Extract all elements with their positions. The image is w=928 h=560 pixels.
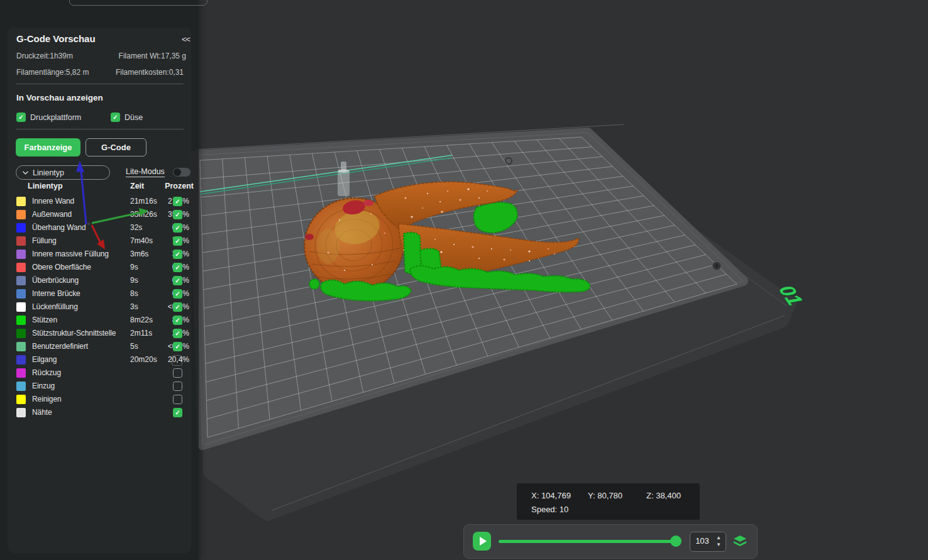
linetype-label: Benutzerdefiniert [32,342,88,351]
linetype-time: 2m11s [130,329,152,338]
linetype-row[interactable]: Füllung7m40s7,7%✓ [0,234,199,248]
linetype-color-swatch [16,342,26,351]
linetype-row[interactable]: Außenwand35m26s35,6%✓ [0,208,199,221]
layer-value[interactable]: 103 [690,536,714,546]
lite-mode-label[interactable]: Lite-Modus [126,167,165,177]
linetype-visibility-checkbox[interactable]: ✓ [173,210,182,219]
column-header-linientyp: Linientyp [28,182,63,190]
gcode-view-button[interactable]: G-Code [86,138,146,156]
linetype-time: 35m26s [130,210,157,219]
linetype-label: Nähte [32,408,52,417]
linetype-row[interactable]: Stützen8m22s8,4%✓ [0,314,199,327]
layer-slider-knob[interactable] [670,535,682,547]
linetype-label: Innere massive Füllung [32,250,109,258]
stat-filament-length: Filamentlänge:5,82 m [16,68,89,77]
linetype-row[interactable]: Nähte✓ [0,406,199,419]
linetype-color-swatch [16,368,26,378]
linetype-visibility-checkbox[interactable] [173,368,182,378]
linetype-row[interactable]: Lückenfüllung3s<0,1%✓ [0,300,199,314]
linetype-visibility-checkbox[interactable]: ✓ [173,342,182,351]
linetype-label: Überbrückung [32,276,79,285]
linetype-row[interactable]: Stützstruktur-Schnittstelle2m11s2,2%✓ [0,327,199,340]
linetype-label: Füllung [32,236,57,245]
linetype-label: Innere Wand [32,197,74,206]
stat-print-time: Druckzeit:1h39m [16,52,73,60]
linetype-color-swatch [16,263,26,272]
column-header-zeit: Zeit [130,182,144,190]
stat-filament-cost: Filamentkosten:0,31 [116,68,184,77]
linetype-visibility-checkbox[interactable] [173,382,182,391]
linetype-time: 9s [130,263,138,272]
color-scheme-button[interactable]: Farbanzeige [16,138,80,156]
linetype-row[interactable]: Eilgang20m20s20,4% [0,353,199,366]
linetype-visibility-checkbox[interactable]: ✓ [173,236,182,246]
linetype-time: 3s [130,302,138,311]
linetype-time: 5s [130,342,138,351]
linetype-color-swatch [16,408,26,417]
linetype-time: 3m6s [130,250,148,258]
preview-sidebar: G-Code Vorschau << Druckzeit:1h39m Filam… [0,0,199,560]
status-x: X: 104,769 [531,491,571,500]
linetype-row[interactable]: Überbrückung9s0,2%✓ [0,274,199,287]
linetype-visibility-checkbox[interactable]: ✓ [173,223,182,233]
lite-mode-toggle[interactable] [173,168,191,177]
linetype-row[interactable]: Einzug [0,380,199,393]
linetype-row[interactable]: Überhang Wand32s0,5%✓ [0,221,199,234]
linetype-percent: 20,4% [168,355,189,364]
layers-icon[interactable] [732,534,748,549]
color-scheme-dropdown[interactable]: Linientyp [16,165,110,180]
linetype-table: Innere Wand21m16s21,4%✓Außenwand35m26s35… [0,195,199,419]
checkbox-duese[interactable]: ✓ Düse [111,113,143,122]
linetype-visibility-checkbox[interactable] [173,395,182,404]
linetype-label: Eilgang [32,355,57,364]
play-icon [480,537,487,546]
linetype-visibility-checkbox[interactable]: ✓ [173,316,182,325]
checkbox-icon[interactable]: ✓ [16,113,26,122]
linetype-row[interactable]: Innere massive Füllung3m6s3,1%✓ [0,248,199,261]
linetype-visibility-checkbox[interactable]: ✓ [173,263,182,272]
layer-slider-track[interactable] [499,540,681,543]
slicer-app: 01 X: 104,769 Y: 80,780 Z: 38,400 Speed:… [0,0,928,560]
linetype-visibility-checkbox[interactable]: ✓ [173,276,182,285]
toggle-knob [174,168,181,176]
checkbox-icon[interactable]: ✓ [111,113,120,122]
linetype-color-swatch [16,289,26,299]
top-clipped-input [69,0,207,6]
linetype-color-swatch [16,355,26,365]
linetype-row[interactable]: Rückzug [0,366,199,380]
linetype-row[interactable]: Reinigen [0,393,199,406]
checkbox-label: Druckplattform [30,113,81,122]
gcode-status-panel: X: 104,769 Y: 80,780 Z: 38,400 Speed: 10 [517,483,700,520]
divider [16,129,184,129]
linetype-color-swatch [16,382,26,391]
layer-stepper[interactable]: ▲▼ [715,534,722,549]
linetype-visibility-checkbox[interactable]: ✓ [173,197,182,206]
linetype-label: Stützen [32,316,57,324]
dropdown-value: Linientyp [33,168,64,177]
chevron-down-icon [23,171,28,175]
linetype-row[interactable]: Obere Oberfläche9s0,2%✓ [0,261,199,274]
linetype-visibility-checkbox[interactable]: ✓ [173,408,182,417]
checkbox-label: Düse [124,113,143,122]
stat-filament-weight: Filament Wt:17,35 g [119,52,186,60]
linetype-label: Stützstruktur-Schnittstelle [32,329,116,338]
play-button[interactable] [473,532,491,551]
layer-number-input[interactable]: 103 ▲▼ [690,532,726,552]
linetype-row[interactable]: Innere Wand21m16s21,4%✓ [0,195,199,208]
linetype-visibility-checkbox[interactable]: ✓ [173,250,182,259]
linetype-row[interactable]: Benutzerdefiniert5s<0,1%✓ [0,340,199,353]
linetype-visibility-checkbox[interactable]: ✓ [173,302,182,312]
linetype-visibility-checkbox[interactable]: ✓ [173,289,182,299]
checkbox-druckplattform[interactable]: ✓ Druckplattform [16,113,81,122]
linetype-row[interactable]: Interne Brücke8s0,1%✓ [0,287,199,300]
layer-playback-bar: 103 ▲▼ [463,524,758,559]
column-header-prozent: Prozent [165,182,194,190]
collapse-panel-button[interactable]: << [182,35,190,44]
status-z: Z: 38,400 [646,491,681,500]
linetype-color-swatch [16,223,26,233]
linetype-color-swatch [16,276,26,285]
linetype-color-swatch [16,236,26,246]
linetype-color-swatch [16,210,26,219]
linetype-time: 21m16s [130,197,157,206]
linetype-visibility-checkbox[interactable]: ✓ [173,329,182,338]
